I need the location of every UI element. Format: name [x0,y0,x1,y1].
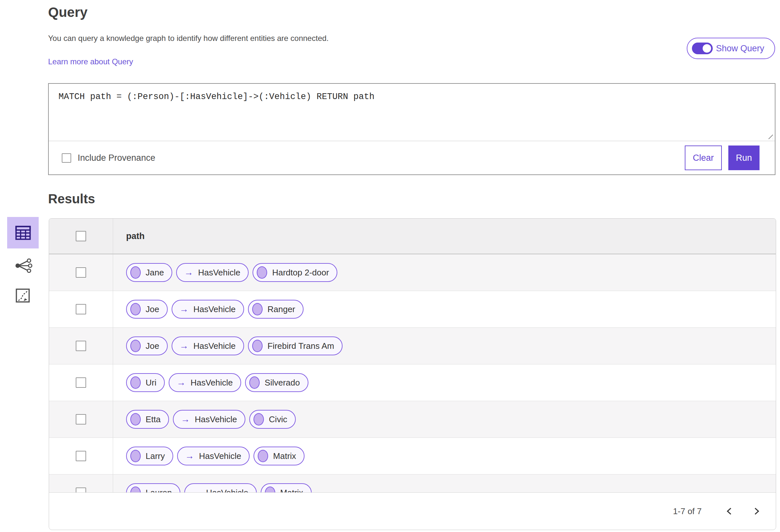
entity-pill-label: Etta [146,414,160,425]
entity-pill-label: Joe [146,341,159,351]
query-editor-panel: MATCH path = (:Person)-[:HasVehicle]->(:… [48,83,775,175]
target-node-icon [252,340,262,352]
results-title: Results [48,192,95,206]
target-node-icon [253,413,264,425]
table-view-icon [15,226,31,240]
show-query-toggle-icon[interactable] [692,43,713,54]
target-pill-label: Firebird Trans Am [267,341,334,351]
row-checkbox[interactable] [76,341,86,351]
column-header-path: path [126,231,145,241]
entity-node-icon [130,266,141,279]
target-node-icon [257,266,267,279]
entity-node-icon [130,413,141,425]
path-value: Etta → HasVehicle Civic [126,410,296,429]
map-view-button[interactable] [15,288,30,303]
row-checkbox[interactable] [76,414,86,425]
entity-pill-label: Jane [146,268,164,278]
edge-arrow-icon: → [180,305,189,314]
edge-arrow-icon: → [184,268,193,277]
relationship-pill[interactable]: → HasVehicle [173,410,245,429]
relationship-pill[interactable]: → HasVehicle [177,446,250,466]
target-pill[interactable]: Silverado [245,373,308,392]
show-query-control[interactable]: Show Query [687,38,775,59]
relationship-pill-label: HasVehicle [193,304,236,314]
edge-arrow-icon: → [177,378,186,387]
select-all-checkbox[interactable] [76,231,86,241]
entity-pill[interactable]: Larry [126,446,173,466]
edge-arrow-icon: → [181,415,190,424]
row-checkbox[interactable] [76,267,86,278]
show-query-label: Show Query [716,44,765,54]
relationship-pill[interactable]: → HasVehicle [172,300,244,319]
entity-pill-label: Larry [146,451,165,461]
path-value: Joe → HasVehicle Firebird Trans Am [126,336,343,355]
table-header-row: path [49,219,776,254]
entity-node-icon [130,450,141,462]
row-checkbox[interactable] [76,377,86,388]
entity-node-icon [130,303,141,315]
entity-node-icon [130,376,141,389]
toggle-knob [702,43,712,54]
edge-arrow-icon: → [185,451,194,461]
row-checkbox[interactable] [76,304,86,314]
target-pill[interactable]: Firebird Trans Am [248,336,343,355]
table-row: Jane → HasVehicle Hardtop 2-door [49,254,776,291]
path-value: Joe → HasVehicle Ranger [126,300,303,319]
results-table-body: Jane → HasVehicle Hardtop 2-door Joe [49,254,776,511]
results-table: path Jane → HasVehicle Hardtop 2-door [49,218,776,530]
query-footer: Include Provenance Clear Run [49,141,775,174]
relationship-pill[interactable]: → HasVehicle [176,263,249,282]
relationship-pill-label: HasVehicle [195,414,237,425]
relationship-pill[interactable]: → HasVehicle [172,336,244,355]
pagination-range-label: 1-7 of 7 [673,507,702,517]
path-value: Larry → HasVehicle Matrix [126,446,304,466]
target-pill-label: Hardtop 2-door [272,268,329,278]
table-row: Larry → HasVehicle Matrix [49,438,776,475]
entity-pill[interactable]: Etta [126,410,169,429]
map-view-icon [15,288,30,303]
entity-pill[interactable]: Uri [126,373,165,392]
target-pill[interactable]: Ranger [248,300,303,319]
target-pill[interactable]: Matrix [253,446,304,466]
include-provenance-label: Include Provenance [78,153,155,163]
learn-more-link[interactable]: Learn more about Query [48,57,133,66]
include-provenance-checkbox[interactable] [62,153,71,163]
table-view-button[interactable] [7,217,39,249]
edge-arrow-icon: → [180,341,189,351]
table-row: Uri → HasVehicle Silverado [49,364,776,401]
chevron-left-icon [725,507,734,516]
entity-pill-label: Uri [146,378,156,388]
target-pill-label: Civic [269,414,287,425]
clear-button[interactable]: Clear [685,146,722,170]
relationship-pill-label: HasVehicle [190,378,233,388]
target-node-icon [258,450,268,462]
target-pill-label: Matrix [273,451,296,461]
entity-pill[interactable]: Joe [126,336,168,355]
relationship-pill-label: HasVehicle [193,341,236,351]
path-value: Uri → HasVehicle Silverado [126,373,308,392]
link-chart-view-button[interactable] [14,259,33,273]
entity-pill-label: Joe [146,304,159,314]
target-pill[interactable]: Civic [249,410,295,429]
entity-pill[interactable]: Joe [126,300,168,319]
relationship-pill[interactable]: → HasVehicle [169,373,241,392]
pagination-bar: 1-7 of 7 [49,492,776,530]
next-page-button[interactable] [750,505,763,518]
query-description: You can query a knowledge graph to ident… [48,34,329,43]
entity-pill[interactable]: Jane [126,263,172,282]
table-row: Etta → HasVehicle Civic [49,401,776,438]
entity-node-icon [130,340,141,352]
target-node-icon [249,376,260,389]
query-title: Query [48,5,87,20]
query-input[interactable]: MATCH path = (:Person)-[:HasVehicle]->(:… [49,84,775,141]
relationship-pill-label: HasVehicle [198,268,240,278]
table-row: Joe → HasVehicle Ranger [49,291,776,328]
prev-page-button[interactable] [723,505,736,518]
row-checkbox[interactable] [76,451,86,461]
target-pill[interactable]: Hardtop 2-door [252,263,337,282]
chevron-right-icon [751,507,761,516]
run-button[interactable]: Run [728,146,760,170]
path-value: Jane → HasVehicle Hardtop 2-door [126,263,337,282]
relationship-pill-label: HasVehicle [199,451,241,461]
link-chart-view-icon [14,259,33,273]
